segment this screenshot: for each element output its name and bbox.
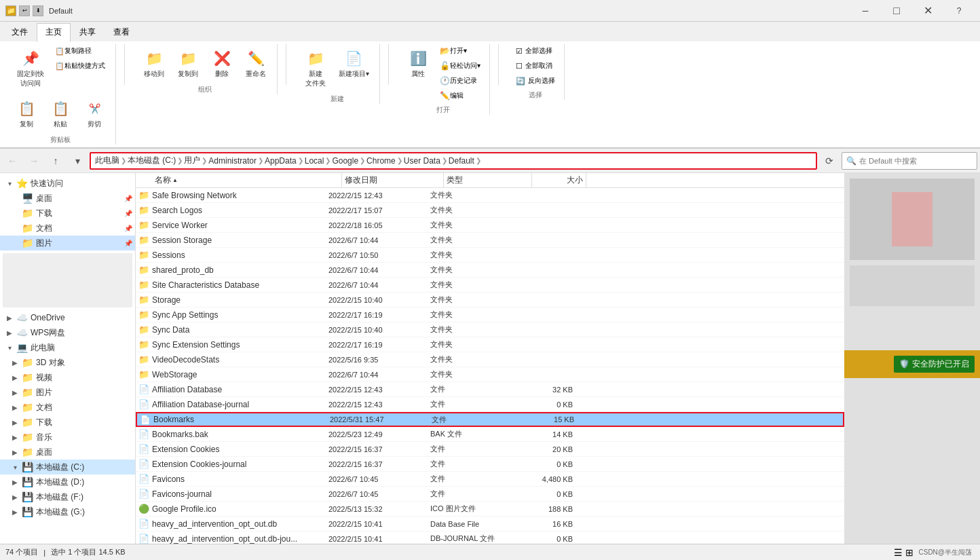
grid-view-button[interactable]: ⊞ xyxy=(905,547,913,558)
pin-button[interactable]: 📌 固定到快访问间 xyxy=(12,44,49,92)
col-header-name[interactable]: 名称 ▲ xyxy=(152,173,342,187)
table-row[interactable]: 📁Sync App Settings2022/2/17 16:19文件夹 xyxy=(136,307,844,322)
path-admin[interactable]: Administrator xyxy=(208,156,257,166)
sidebar-item-pictures[interactable]: ▶ 📁 图片 xyxy=(0,385,135,400)
copy-path-button[interactable]: 📋 复制路径 xyxy=(52,44,109,58)
select-all-button[interactable]: ☑ 全部选择 xyxy=(512,44,559,58)
edit-button[interactable]: ✏️ 编辑 xyxy=(436,89,484,102)
copy-button[interactable]: 📋 复制 xyxy=(11,94,42,132)
path-default[interactable]: Default xyxy=(449,156,474,166)
table-row[interactable]: 📄Favicons-journal2022/6/7 10:45文件0 KB xyxy=(136,487,844,502)
refresh-button[interactable]: ⟳ xyxy=(820,151,839,170)
path-local[interactable]: Local xyxy=(305,156,324,166)
table-row[interactable]: 📁Site Characteristics Database2022/6/7 1… xyxy=(136,278,844,293)
tab-file[interactable]: 文件 xyxy=(3,23,37,41)
table-row[interactable]: 📁shared_proto_db2022/6/7 10:44文件夹 xyxy=(136,263,844,278)
invert-select-button[interactable]: 🔄 反向选择 xyxy=(512,74,559,88)
col-header-type[interactable]: 类型 xyxy=(444,173,532,187)
maximize-button[interactable]: □ xyxy=(881,0,912,22)
table-row[interactable]: 📁Safe Browsing Network2022/2/15 12:43文件夹 xyxy=(136,188,844,203)
path-userdata[interactable]: User Data xyxy=(404,156,440,166)
rename-button[interactable]: ✏️ 重命名 xyxy=(240,44,271,82)
table-row[interactable]: 📁Sync Extension Settings2022/2/17 16:19文… xyxy=(136,337,844,352)
sidebar-item-local-d[interactable]: ▶ 💾 本地磁盘 (D:) xyxy=(0,474,135,489)
sidebar-item-local-f[interactable]: ▶ 💾 本地磁盘 (F:) xyxy=(0,489,135,504)
select-none-button[interactable]: ☐ 全部取消 xyxy=(512,59,559,73)
tab-home[interactable]: 主页 xyxy=(37,23,71,42)
delete-button[interactable]: ❌ 删除 xyxy=(206,44,238,82)
table-row[interactable]: 📁Service Worker2022/2/18 16:05文件夹 xyxy=(136,218,844,233)
path-google[interactable]: Google xyxy=(332,156,358,166)
table-row[interactable]: 📄Extension Cookies-journal2022/2/15 16:3… xyxy=(136,457,844,472)
table-row[interactable]: 📁WebStorage2022/6/7 10:44文件夹 xyxy=(136,367,844,382)
close-button[interactable]: ✕ xyxy=(912,0,943,22)
file-date: 2022/6/7 10:45 xyxy=(328,475,430,483)
sidebar-item-3d[interactable]: ▶ 📁 3D 对象 xyxy=(0,355,135,370)
sidebar-item-local-c[interactable]: ▾ 💾 本地磁盘 (C:) xyxy=(0,460,135,474)
path-chrome[interactable]: Chrome xyxy=(366,156,396,166)
search-input[interactable] xyxy=(859,157,973,165)
help-button[interactable]: ? xyxy=(943,0,975,22)
open-dropdown-button[interactable]: 📂 打开▾ xyxy=(436,44,484,58)
sidebar-item-videos[interactable]: ▶ 📁 视频 xyxy=(0,370,135,385)
sidebar-item-desktop-quick[interactable]: 🖥️ 桌面 📌 xyxy=(0,191,135,206)
easy-access-button[interactable]: 🔓 轻松访问▾ xyxy=(436,59,484,73)
path-appdata[interactable]: AppData xyxy=(265,156,297,166)
paste-button[interactable]: 📋 粘贴 xyxy=(45,94,76,132)
table-row[interactable]: 📄heavy_ad_intervention_opt_out.db2022/2/… xyxy=(136,517,844,531)
table-row[interactable]: 📄Affiliation Database-journal2022/2/15 1… xyxy=(136,397,844,412)
col-header-size[interactable]: 大小 xyxy=(532,173,586,187)
copy-to-button[interactable]: 📁 复制到 xyxy=(172,44,204,82)
sidebar-item-wps[interactable]: ▶ ☁️ WPS网盘 xyxy=(0,325,135,340)
sidebar-item-local-g[interactable]: ▶ 💾 本地磁盘 (G:) xyxy=(0,504,135,519)
history-button[interactable]: 🕐 历史记录 xyxy=(436,74,484,88)
recent-locations-button[interactable]: ▾ xyxy=(68,151,87,170)
sidebar-item-downloads-quick[interactable]: 📁 下载 📌 xyxy=(0,206,135,221)
file-date: 2022/6/7 10:44 xyxy=(328,236,430,244)
path-computer[interactable]: 此电脑 xyxy=(95,155,119,166)
sidebar-item-music[interactable]: ▶ 📁 音乐 xyxy=(0,430,135,445)
up-button[interactable]: ↑ xyxy=(46,151,65,170)
table-row[interactable]: 📄heavy_ad_intervention_opt_out.db-jou...… xyxy=(136,531,844,544)
sidebar-item-quick-access[interactable]: ▾ ⭐ 快速访问 xyxy=(0,176,135,191)
tab-view[interactable]: 查看 xyxy=(105,23,138,41)
sidebar-item-pictures-quick[interactable]: 📁 图片 📌 xyxy=(0,236,135,250)
path-users[interactable]: 用户 xyxy=(184,155,200,166)
minimize-button[interactable]: ‒ xyxy=(850,0,881,22)
table-row[interactable]: 📄Affiliation Database2022/2/15 12:43文件32… xyxy=(136,382,844,397)
table-row[interactable]: 📄Extension Cookies2022/2/15 16:37文件20 KB xyxy=(136,442,844,457)
table-row[interactable]: 📁Session Storage2022/6/7 10:44文件夹 xyxy=(136,233,844,248)
table-row[interactable]: 📄Bookmarks.bak2022/5/23 12:49BAK 文件14 KB xyxy=(136,427,844,442)
address-bar[interactable]: 此电脑 ❯ 本地磁盘 (C:) ❯ 用户 ❯ Administrator ❯ A… xyxy=(90,152,817,170)
sidebar-item-downloads[interactable]: ▶ 📁 下载 xyxy=(0,415,135,430)
back-button[interactable]: ← xyxy=(3,151,22,170)
table-row[interactable]: 📁VideoDecodeStats2022/5/16 9:35文件夹 xyxy=(136,352,844,367)
paste-shortcut-button[interactable]: 📋 粘贴快捷方式 xyxy=(52,59,109,73)
sidebar-item-desktop[interactable]: ▶ 📁 桌面 xyxy=(0,445,135,460)
table-row[interactable]: 📁Sync Data2022/2/15 10:40文件夹 xyxy=(136,322,844,337)
list-view-button[interactable]: ☰ xyxy=(894,547,903,558)
forward-button[interactable]: → xyxy=(24,151,43,170)
move-to-button[interactable]: 📁 移动到 xyxy=(138,44,170,82)
col-header-date[interactable]: 修改日期 xyxy=(342,173,444,187)
table-row[interactable]: 📄Bookmarks2022/5/31 15:47文件15 KB xyxy=(136,412,844,427)
file-name: Site Characteristics Database xyxy=(152,280,328,290)
sidebar-item-documents-quick[interactable]: 📁 文档 📌 xyxy=(0,221,135,236)
new-folder-button[interactable]: 📁 新建文件夹 xyxy=(300,44,331,92)
sidebar-item-documents[interactable]: ▶ 📁 文档 xyxy=(0,400,135,415)
tab-share[interactable]: 共享 xyxy=(71,23,105,41)
table-row[interactable]: 📁Search Logos2022/2/17 15:07文件夹 xyxy=(136,203,844,218)
table-row[interactable]: 🟢Google Profile.ico2022/5/13 15:32ICO 图片… xyxy=(136,502,844,517)
table-row[interactable]: 📁Storage2022/2/15 10:40文件夹 xyxy=(136,293,844,307)
properties-button[interactable]: ℹ️ 属性 xyxy=(402,44,434,82)
path-local-c[interactable]: 本地磁盘 (C:) xyxy=(128,155,176,166)
file-type: 文件 xyxy=(430,459,519,469)
sidebar-item-this-pc[interactable]: ▾ 💻 此电脑 xyxy=(0,340,135,355)
sidebar-item-onedrive[interactable]: ▶ ☁️ OneDrive xyxy=(0,310,135,325)
file-icon: 📄 xyxy=(138,429,149,439)
table-row[interactable]: 📄Favicons2022/6/7 10:45文件4,480 KB xyxy=(136,472,844,487)
search-box[interactable]: 🔍 xyxy=(842,152,977,170)
table-row[interactable]: 📁Sessions2022/6/7 10:50文件夹 xyxy=(136,248,844,263)
new-item-button[interactable]: 📄 新建项目▾ xyxy=(334,44,374,82)
cut-button[interactable]: ✂️ 剪切 xyxy=(79,94,110,132)
